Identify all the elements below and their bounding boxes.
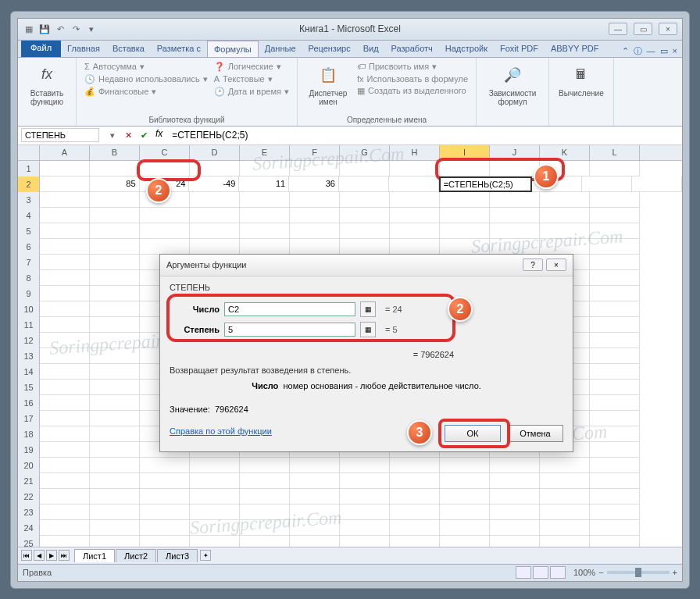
- cell-G21[interactable]: [340, 473, 390, 489]
- cell-E22[interactable]: [240, 489, 290, 505]
- cell-L11[interactable]: [590, 317, 640, 333]
- cell-G1[interactable]: [340, 161, 390, 176]
- cell-I21[interactable]: [440, 473, 490, 489]
- cell-A23[interactable]: [40, 505, 90, 520]
- row-header-10[interactable]: 10: [18, 301, 40, 317]
- column-header-L[interactable]: L: [590, 145, 640, 160]
- datetime-button[interactable]: 🕑Дата и время ▾: [212, 86, 291, 98]
- cell-B22[interactable]: [90, 489, 140, 505]
- row-header-1[interactable]: 1: [18, 161, 40, 176]
- cell-H24[interactable]: [390, 520, 440, 536]
- cell-A2[interactable]: [40, 176, 90, 192]
- cell-L23[interactable]: [590, 505, 640, 520]
- row-header-11[interactable]: 11: [18, 317, 40, 333]
- cell-A22[interactable]: [40, 489, 90, 505]
- ribbon-tab-формулы[interactable]: Формулы: [207, 41, 259, 57]
- row-header-4[interactable]: 4: [18, 208, 40, 223]
- cell-L13[interactable]: [590, 348, 640, 364]
- cell-J1[interactable]: [490, 161, 540, 176]
- cell-B24[interactable]: [90, 520, 140, 536]
- cell-B4[interactable]: [90, 208, 140, 223]
- cell-D23[interactable]: [190, 505, 240, 520]
- enter-formula-icon[interactable]: ✔: [137, 128, 151, 142]
- cell-B9[interactable]: [90, 286, 140, 301]
- cell-C21[interactable]: [140, 473, 190, 489]
- recent-button[interactable]: 🕓Недавно использовались ▾: [83, 73, 209, 85]
- sheet-nav-last-icon[interactable]: ⏭: [59, 550, 70, 561]
- cell-C23[interactable]: [140, 505, 190, 520]
- column-header-G[interactable]: G: [340, 145, 390, 160]
- cell-L4[interactable]: [590, 208, 640, 223]
- zoom-in-icon[interactable]: +: [673, 568, 677, 577]
- save-icon[interactable]: 💾: [38, 23, 51, 35]
- row-header-18[interactable]: 18: [18, 426, 40, 442]
- cell-C25[interactable]: [140, 536, 190, 547]
- close-button[interactable]: ×: [659, 23, 677, 35]
- cell-J22[interactable]: [490, 489, 540, 505]
- cell-J6[interactable]: [490, 239, 540, 255]
- cell-I20[interactable]: [440, 458, 490, 473]
- cell-J25[interactable]: [490, 536, 540, 547]
- cell-D21[interactable]: [190, 473, 240, 489]
- dialog-help-link[interactable]: Справка по этой функции: [170, 426, 272, 436]
- cell-B21[interactable]: [90, 473, 140, 489]
- dialog-close-icon[interactable]: ×: [546, 258, 566, 271]
- workbook-min-icon[interactable]: —: [647, 46, 655, 55]
- cell-G2[interactable]: [339, 176, 389, 192]
- minimize-ribbon-icon[interactable]: ⌃: [622, 46, 629, 56]
- column-header-E[interactable]: E: [240, 145, 290, 160]
- cell-K25[interactable]: [540, 536, 590, 547]
- name-box-dropdown-icon[interactable]: ▾: [105, 128, 120, 142]
- cell-L14[interactable]: [590, 364, 640, 380]
- cell-D2[interactable]: -49: [189, 176, 239, 192]
- cell-H4[interactable]: [390, 208, 440, 223]
- cell-B19[interactable]: [90, 442, 140, 458]
- cell-E5[interactable]: [240, 223, 290, 239]
- cell-I24[interactable]: [440, 520, 490, 536]
- cell-H6[interactable]: [390, 239, 440, 255]
- cell-F5[interactable]: [290, 223, 340, 239]
- cell-F2[interactable]: 36: [289, 176, 339, 192]
- row-header-13[interactable]: 13: [18, 348, 40, 364]
- select-all-corner[interactable]: [18, 145, 40, 160]
- cancel-formula-icon[interactable]: ✕: [121, 128, 135, 142]
- logical-button[interactable]: ❓Логические ▾: [212, 61, 291, 73]
- autosum-button[interactable]: ΣАвтосумма ▾: [83, 61, 209, 73]
- cell-F20[interactable]: [290, 458, 340, 473]
- use-in-formula-button[interactable]: fxИспользовать в формуле: [355, 73, 470, 84]
- cell-A20[interactable]: [40, 458, 90, 473]
- cell-A8[interactable]: [40, 270, 90, 286]
- cell-A13[interactable]: [40, 348, 90, 364]
- cell-A24[interactable]: [40, 520, 90, 536]
- cell-G20[interactable]: [340, 458, 390, 473]
- cell-K3[interactable]: [540, 192, 590, 208]
- ribbon-tab-данные[interactable]: Данные: [259, 41, 302, 57]
- column-header-B[interactable]: B: [90, 145, 140, 160]
- cell-L18[interactable]: [590, 426, 640, 442]
- cell-A17[interactable]: [40, 411, 90, 426]
- name-manager-button[interactable]: 📋 Диспетчер имен: [304, 61, 352, 108]
- cell-H1[interactable]: [390, 161, 440, 176]
- cell-L3[interactable]: [590, 192, 640, 208]
- cell-L12[interactable]: [590, 333, 640, 348]
- column-header-A[interactable]: A: [40, 145, 90, 160]
- cell-B8[interactable]: [90, 270, 140, 286]
- cell-A10[interactable]: [40, 301, 90, 317]
- cell-A6[interactable]: [40, 239, 90, 255]
- redo-icon[interactable]: ↷: [70, 23, 82, 35]
- cell-K23[interactable]: [540, 505, 590, 520]
- text-button[interactable]: AТекстовые ▾: [212, 73, 291, 85]
- insert-function-button[interactable]: fx Вставить функцию: [24, 61, 70, 108]
- cell-A7[interactable]: [40, 255, 90, 270]
- cell-F3[interactable]: [290, 192, 340, 208]
- cell-G6[interactable]: [340, 239, 390, 255]
- row-header-5[interactable]: 5: [18, 223, 40, 239]
- cell-H3[interactable]: [390, 192, 440, 208]
- cell-E25[interactable]: [240, 536, 290, 547]
- column-header-H[interactable]: H: [390, 145, 440, 160]
- cell-A4[interactable]: [40, 208, 90, 223]
- cell-G23[interactable]: [340, 505, 390, 520]
- cell-G22[interactable]: [340, 489, 390, 505]
- qat-dropdown-icon[interactable]: ▾: [85, 23, 98, 35]
- ribbon-tab-надстройк[interactable]: Надстройк: [439, 41, 494, 57]
